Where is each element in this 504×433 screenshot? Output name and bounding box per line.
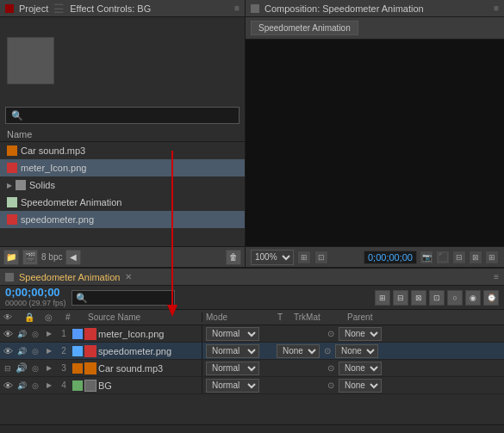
aspect-btn[interactable]: ⊡ [314,251,328,264]
list-item[interactable]: Car sound.mp3 [0,142,245,159]
col-eye: 👁 [3,312,16,322]
col-parent-header: Parent [347,312,416,322]
project-panel-close-btn[interactable] [5,4,14,13]
layer-number: 3 [57,363,71,373]
layer-solo-btn[interactable]: ◎ [29,362,41,374]
tl-btn-4[interactable]: ⊡ [429,290,445,306]
comp-tab-button[interactable]: Speedometer Animation [251,21,358,35]
timeline-menu-icon[interactable]: ≡ [494,272,499,281]
layer-trkmat-select[interactable]: None [277,344,320,358]
table-row: 👁 🔊 ◎ ▶ 4 BG Normal ⊙ [0,377,504,394]
project-preview-area [0,17,245,103]
layer-name: meter_Icon.png [98,329,164,339]
layer-visibility-btn[interactable]: 👁 [2,380,14,392]
layer-solo-btn[interactable]: ◎ [29,380,41,392]
comp-toolbar: 100% 50% 200% ⊞ ⊡ 0;00;00;00 📷 ⬛ ⊟ ⊠ ⊞ [246,246,504,267]
layer-solo-btn[interactable]: ◎ [29,345,41,357]
layer-audio-btn[interactable]: 🔊 [16,380,28,392]
show-channel-btn[interactable]: ⬛ [436,251,450,264]
folder-triangle: ▶ [7,182,12,189]
layer-parent-dropdown: None [339,362,382,375]
layer-solo-btn[interactable]: ◎ [29,328,41,340]
fit-btn[interactable]: ⊞ [297,251,311,264]
layer-right-header: Mode T TrkMat Parent [202,312,504,322]
mode-dropdown: Normal [206,362,259,375]
col-t-header: T [273,312,287,322]
layer-file-icon [84,380,96,392]
tl-btn-5[interactable]: ○ [447,290,463,306]
tl-btn-6[interactable]: ◉ [465,290,481,306]
col-solo: ◎ [45,312,57,322]
timeline-content: 👁 🔒 ◎ # Source Name Mode T TrkMat Parent… [0,310,504,424]
list-item[interactable]: ▶ Solids [0,176,245,194]
layer-parent-select[interactable]: None [335,344,378,358]
snapshot-btn[interactable]: 📷 [420,251,433,264]
resolution-btn[interactable]: ⊟ [452,251,466,264]
project-panel-toolbar: 📁 🎬 8 bpc ◀ 🗑 [0,246,245,267]
comp-menu-icon[interactable]: ≡ [494,3,499,13]
layer-color-swatch [72,346,83,356]
timeline-scrollbar[interactable] [0,424,504,433]
layer-visibility-btn[interactable]: 👁 [2,328,14,340]
layer-right-1: Normal ⊙ None [202,325,504,342]
comp-panel-header: Composition: Speedometer Animation ≡ [246,0,504,17]
layer-mode-select[interactable]: Normal [206,327,259,341]
effect-controls-title: Effect Controls: BG [70,3,151,14]
table-row: ⊟ 🔊 ◎ ▶ 3 Car sound.mp3 Normal ⊙ [0,360,504,377]
timeline-tab-label: Speedometer Animation [19,272,120,282]
layer-audio-btn[interactable]: 🔊 [16,345,28,357]
layer-expand-btn[interactable]: ▶ [43,380,55,392]
layer-number: 4 [57,380,71,390]
timeline-close-btn[interactable]: ✕ [125,272,132,281]
layer-expand-btn[interactable]: ▶ [43,328,55,340]
layer-number: 1 [57,329,71,338]
list-item[interactable]: Speedometer Animation [0,194,245,211]
mode-dropdown: Normal [206,344,259,358]
project-search-input[interactable] [5,107,240,124]
layer-mode-select[interactable]: Normal [206,344,259,358]
timeline-right-toolbar: ⊞ ⊟ ⊠ ⊡ ○ ◉ ⌚ [375,290,499,306]
layer-file-icon [84,345,96,357]
layer-parent-select[interactable]: None [339,362,382,375]
zoom-select[interactable]: 100% 50% 200% [251,250,294,265]
layer-left-2: 👁 🔊 ◎ ▶ 2 speedometer.png [0,343,202,359]
layer-visibility-btn[interactable]: 👁 [2,345,14,357]
tl-btn-7[interactable]: ⌚ [483,290,499,306]
project-search-bar [0,103,245,127]
top-row: Project ☰ Effect Controls: BG ≡ Name Car… [0,0,504,267]
layer-parent-spiral: ⊙ [325,328,337,340]
layer-mode-select[interactable]: Normal [206,379,259,393]
tl-btn-1[interactable]: ⊞ [375,290,390,306]
layer-name: BG [98,380,112,391]
layer-right-2: Normal None ⊙ None [202,343,504,359]
layer-left-4: 👁 🔊 ◎ ▶ 4 BG [0,377,202,393]
layer-parent-select[interactable]: None [339,379,382,393]
layer-expand-btn[interactable]: ▶ [43,345,55,357]
layer-mode-select[interactable]: Normal [206,362,259,375]
transparency-btn[interactable]: ⊞ [485,251,499,264]
tl-btn-2[interactable]: ⊟ [393,290,408,306]
timeline-search-input[interactable] [72,290,175,306]
layer-visibility-btn[interactable]: ⊟ [2,362,14,374]
layer-parent-spiral: ⊙ [321,345,333,357]
timecode-block: 0;00;00;00 00000 (29.97 fps) [5,287,66,307]
color-settings-btn[interactable]: ◀ [65,250,81,265]
timeline-timecode: 0;00;00;00 [5,287,66,299]
tl-btn-3[interactable]: ⊠ [411,290,426,306]
layer-parent-select[interactable]: None [339,327,382,341]
layer-audio-btn[interactable]: 🔊 [16,328,28,340]
new-comp-btn[interactable]: 🎬 [22,250,38,265]
layer-expand-btn[interactable]: ▶ [43,362,55,374]
region-btn[interactable]: ⊠ [469,251,482,264]
list-item[interactable]: speedometer.png [0,211,245,228]
list-item[interactable]: meter_Icon.png [0,159,245,176]
timeline-controls: 0;00;00;00 00000 (29.97 fps) ⊞ ⊟ ⊠ ⊡ ○ ◉… [0,286,504,310]
file-list: Car sound.mp3 meter_Icon.png ▶ Solids Sp… [0,142,245,246]
trash-btn[interactable]: 🗑 [226,250,241,265]
new-folder-btn[interactable]: 📁 [3,250,19,265]
layer-audio-btn[interactable]: 🔊 [16,362,28,374]
composition-panel: Composition: Speedometer Animation ≡ Spe… [246,0,504,267]
project-panel: Project ☰ Effect Controls: BG ≡ Name Car… [0,0,246,267]
panel-menu-icon[interactable]: ≡ [234,3,240,13]
file-name: Car sound.mp3 [21,145,85,156]
